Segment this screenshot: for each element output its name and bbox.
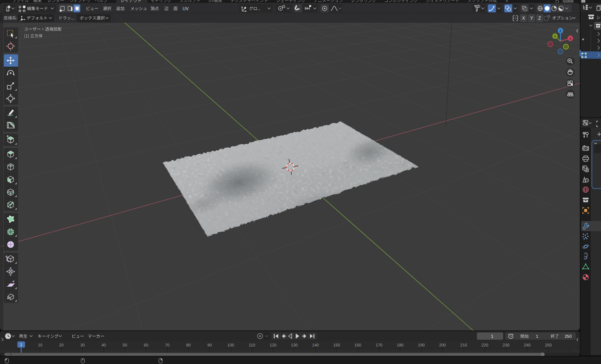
svg-text:20: 20 [59,343,64,347]
svg-text:250: 250 [545,343,552,347]
svg-text:Z: Z [538,16,541,21]
svg-text:50: 50 [123,343,127,347]
svg-text:Scene: Scene [563,0,574,3]
svg-text:110: 110 [249,343,255,347]
svg-text:150: 150 [333,343,340,347]
svg-text:30: 30 [80,343,85,347]
svg-text:130: 130 [291,343,298,347]
svg-text:UV: UV [183,6,189,11]
svg-text:Z: Z [559,29,562,33]
svg-text:10: 10 [38,343,42,347]
svg-text:220: 220 [482,343,488,347]
svg-text:230: 230 [503,343,509,347]
svg-text:40: 40 [102,343,106,347]
svg-text:90: 90 [207,343,212,347]
svg-text:X: X [522,16,525,21]
svg-text:170: 170 [376,343,382,347]
svg-text:X: X [569,36,572,40]
svg-text:180: 180 [397,343,403,347]
svg-text:140: 140 [312,343,319,347]
svg-text:200: 200 [439,343,446,347]
svg-text:80: 80 [186,343,191,347]
svg-text:210: 210 [460,343,467,347]
svg-text:1: 1 [20,342,22,347]
svg-text:240: 240 [524,343,531,347]
svg-text:250: 250 [564,334,571,338]
svg-text:Y: Y [530,16,533,21]
svg-text:60: 60 [144,343,148,347]
svg-text:160: 160 [355,343,361,347]
svg-text:1: 1 [536,334,538,338]
svg-text:190: 190 [418,343,425,347]
svg-text:Y: Y [554,34,556,38]
svg-text:120: 120 [270,343,276,347]
svg-text:1: 1 [491,334,493,338]
svg-text:100: 100 [227,343,234,347]
svg-text:70: 70 [165,343,169,347]
